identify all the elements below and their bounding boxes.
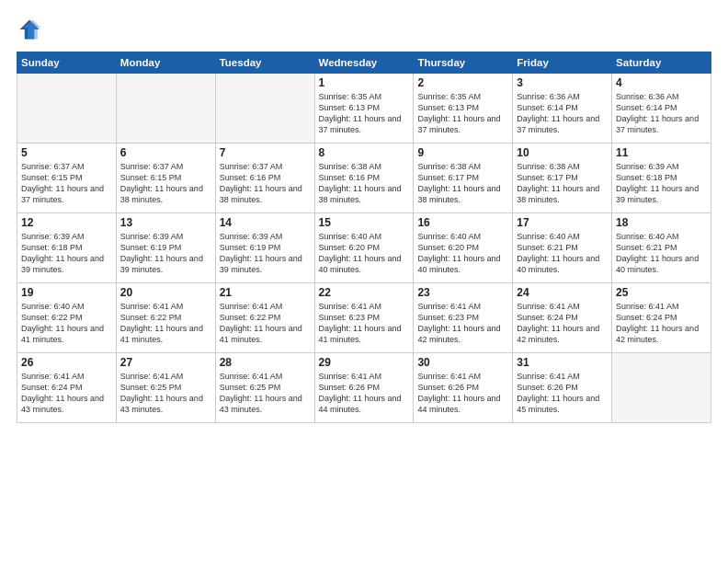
day-number: 13 [120,216,211,229]
day-number: 10 [517,146,608,159]
day-info: Sunrise: 6:40 AM Sunset: 6:20 PM Dayligh… [319,231,410,276]
calendar-cell: 13Sunrise: 6:39 AM Sunset: 6:19 PM Dayli… [116,213,215,283]
calendar-cell: 8Sunrise: 6:38 AM Sunset: 6:16 PM Daylig… [314,144,414,213]
calendar-cell: 31Sunrise: 6:41 AM Sunset: 6:26 PM Dayli… [513,353,612,423]
day-info: Sunrise: 6:41 AM Sunset: 6:24 PM Dayligh… [517,301,608,346]
day-number: 23 [417,286,508,299]
calendar-cell: 25Sunrise: 6:41 AM Sunset: 6:24 PM Dayli… [612,283,711,353]
day-number: 14 [220,216,311,229]
day-info: Sunrise: 6:41 AM Sunset: 6:24 PM Dayligh… [616,301,707,346]
day-number: 11 [616,146,707,159]
calendar-cell: 15Sunrise: 6:40 AM Sunset: 6:20 PM Dayli… [314,213,414,283]
weekday-thursday: Thursday [414,52,513,74]
calendar-cell: 11Sunrise: 6:39 AM Sunset: 6:18 PM Dayli… [612,144,711,213]
day-number: 15 [319,216,410,229]
day-info: Sunrise: 6:41 AM Sunset: 6:22 PM Dayligh… [120,301,211,346]
day-info: Sunrise: 6:41 AM Sunset: 6:26 PM Dayligh… [417,371,508,416]
day-number: 2 [417,76,508,89]
day-info: Sunrise: 6:39 AM Sunset: 6:19 PM Dayligh… [220,231,311,276]
day-info: Sunrise: 6:40 AM Sunset: 6:20 PM Dayligh… [417,231,508,276]
day-number: 1 [319,76,410,89]
day-number: 24 [517,286,608,299]
day-info: Sunrise: 6:41 AM Sunset: 6:26 PM Dayligh… [517,371,608,416]
day-number: 6 [120,146,211,159]
calendar-cell: 3Sunrise: 6:36 AM Sunset: 6:14 PM Daylig… [513,74,612,144]
day-info: Sunrise: 6:40 AM Sunset: 6:21 PM Dayligh… [517,231,608,276]
day-info: Sunrise: 6:37 AM Sunset: 6:15 PM Dayligh… [21,161,112,206]
day-number: 21 [220,286,311,299]
day-info: Sunrise: 6:36 AM Sunset: 6:14 PM Dayligh… [616,91,707,136]
weekday-monday: Monday [116,52,215,74]
weekday-tuesday: Tuesday [215,52,314,74]
day-number: 25 [616,286,707,299]
day-info: Sunrise: 6:41 AM Sunset: 6:24 PM Dayligh… [21,371,112,416]
weekday-friday: Friday [513,52,612,74]
day-number: 22 [319,286,410,299]
day-number: 4 [616,76,707,89]
calendar-cell [215,74,314,144]
day-info: Sunrise: 6:39 AM Sunset: 6:19 PM Dayligh… [120,231,211,276]
day-number: 26 [21,356,112,369]
calendar-cell: 28Sunrise: 6:41 AM Sunset: 6:25 PM Dayli… [215,353,314,423]
calendar-cell: 19Sunrise: 6:40 AM Sunset: 6:22 PM Dayli… [17,283,117,353]
calendar-cell: 29Sunrise: 6:41 AM Sunset: 6:26 PM Dayli… [314,353,414,423]
calendar-cell: 16Sunrise: 6:40 AM Sunset: 6:20 PM Dayli… [414,213,513,283]
calendar-cell: 6Sunrise: 6:37 AM Sunset: 6:15 PM Daylig… [116,144,215,213]
day-number: 3 [517,76,608,89]
weekday-sunday: Sunday [17,52,117,74]
day-info: Sunrise: 6:35 AM Sunset: 6:13 PM Dayligh… [417,91,508,136]
calendar-table: SundayMondayTuesdayWednesdayThursdayFrid… [17,52,711,423]
calendar-cell: 22Sunrise: 6:41 AM Sunset: 6:23 PM Dayli… [314,283,414,353]
logo-icon [17,17,42,42]
calendar-cell: 2Sunrise: 6:35 AM Sunset: 6:13 PM Daylig… [414,74,513,144]
calendar-row-4: 26Sunrise: 6:41 AM Sunset: 6:24 PM Dayli… [17,353,711,423]
day-info: Sunrise: 6:41 AM Sunset: 6:22 PM Dayligh… [220,301,311,346]
day-number: 28 [220,356,311,369]
calendar-cell: 26Sunrise: 6:41 AM Sunset: 6:24 PM Dayli… [17,353,117,423]
day-number: 9 [417,146,508,159]
calendar-cell: 10Sunrise: 6:38 AM Sunset: 6:17 PM Dayli… [513,144,612,213]
day-info: Sunrise: 6:38 AM Sunset: 6:17 PM Dayligh… [517,161,608,206]
day-number: 16 [417,216,508,229]
calendar-cell: 24Sunrise: 6:41 AM Sunset: 6:24 PM Dayli… [513,283,612,353]
day-info: Sunrise: 6:41 AM Sunset: 6:23 PM Dayligh… [319,301,410,346]
calendar-cell: 7Sunrise: 6:37 AM Sunset: 6:16 PM Daylig… [215,144,314,213]
day-number: 30 [417,356,508,369]
calendar-cell: 21Sunrise: 6:41 AM Sunset: 6:22 PM Dayli… [215,283,314,353]
calendar-cell: 18Sunrise: 6:40 AM Sunset: 6:21 PM Dayli… [612,213,711,283]
calendar-cell: 20Sunrise: 6:41 AM Sunset: 6:22 PM Dayli… [116,283,215,353]
calendar-cell [17,74,117,144]
day-info: Sunrise: 6:41 AM Sunset: 6:23 PM Dayligh… [417,301,508,346]
calendar-row-3: 19Sunrise: 6:40 AM Sunset: 6:22 PM Dayli… [17,283,711,353]
day-number: 19 [21,286,112,299]
calendar-cell: 30Sunrise: 6:41 AM Sunset: 6:26 PM Dayli… [414,353,513,423]
day-number: 18 [616,216,707,229]
day-number: 5 [21,146,112,159]
day-number: 8 [319,146,410,159]
calendar-row-0: 1Sunrise: 6:35 AM Sunset: 6:13 PM Daylig… [17,74,711,144]
day-info: Sunrise: 6:38 AM Sunset: 6:17 PM Dayligh… [417,161,508,206]
weekday-header-row: SundayMondayTuesdayWednesdayThursdayFrid… [17,52,711,74]
calendar-cell [116,74,215,144]
day-number: 20 [120,286,211,299]
calendar-row-2: 12Sunrise: 6:39 AM Sunset: 6:18 PM Dayli… [17,213,711,283]
calendar-cell: 14Sunrise: 6:39 AM Sunset: 6:19 PM Dayli… [215,213,314,283]
day-info: Sunrise: 6:41 AM Sunset: 6:25 PM Dayligh… [220,371,311,416]
calendar-cell: 9Sunrise: 6:38 AM Sunset: 6:17 PM Daylig… [414,144,513,213]
day-info: Sunrise: 6:39 AM Sunset: 6:18 PM Dayligh… [616,161,707,206]
day-number: 17 [517,216,608,229]
calendar-cell: 4Sunrise: 6:36 AM Sunset: 6:14 PM Daylig… [612,74,711,144]
day-info: Sunrise: 6:41 AM Sunset: 6:25 PM Dayligh… [120,371,211,416]
calendar-cell: 1Sunrise: 6:35 AM Sunset: 6:13 PM Daylig… [314,74,414,144]
calendar-cell: 23Sunrise: 6:41 AM Sunset: 6:23 PM Dayli… [414,283,513,353]
day-info: Sunrise: 6:40 AM Sunset: 6:21 PM Dayligh… [616,231,707,276]
logo [17,17,46,42]
day-info: Sunrise: 6:35 AM Sunset: 6:13 PM Dayligh… [319,91,410,136]
weekday-saturday: Saturday [612,52,711,74]
day-number: 27 [120,356,211,369]
day-info: Sunrise: 6:41 AM Sunset: 6:26 PM Dayligh… [319,371,410,416]
day-info: Sunrise: 6:39 AM Sunset: 6:18 PM Dayligh… [21,231,112,276]
page: SundayMondayTuesdayWednesdayThursdayFrid… [0,0,728,563]
day-info: Sunrise: 6:37 AM Sunset: 6:16 PM Dayligh… [220,161,311,206]
day-number: 12 [21,216,112,229]
